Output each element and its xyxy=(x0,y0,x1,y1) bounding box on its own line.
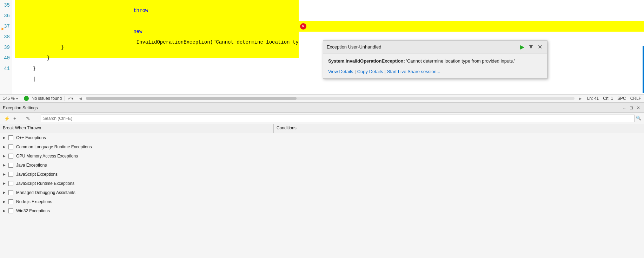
code-line-37: throw new InvalidOperationException("Can… xyxy=(15,21,644,32)
line-36: 36 xyxy=(4,11,10,21)
horizontal-scrollbar[interactable] xyxy=(86,97,575,100)
line-40: 40 xyxy=(4,53,10,63)
label-javascript: JavaScript Exceptions xyxy=(16,172,58,177)
line-35: 35 xyxy=(4,0,10,11)
zoom-dropdown-icon[interactable]: ▾ xyxy=(16,97,18,101)
copy-details-link[interactable]: Copy Details xyxy=(357,69,383,74)
label-java: Java Exceptions xyxy=(16,163,47,168)
throw-keyword: throw xyxy=(133,8,148,13)
expand-gpu-icon[interactable]: ▶ xyxy=(3,154,7,158)
exception-type: System.InvalidOperationException: xyxy=(328,58,405,64)
new-keyword: new xyxy=(133,29,142,34)
panel-undock-button[interactable]: ⊡ xyxy=(629,105,634,111)
expand-js-runtime-icon[interactable]: ▶ xyxy=(3,181,7,185)
line-37: 37 xyxy=(4,21,10,32)
label-js-runtime: JavaScript Runtime Exceptions xyxy=(16,181,74,186)
exception-popup-title: Exception User-Unhandled xyxy=(327,44,381,50)
line-ending-info: CRLF xyxy=(630,96,641,101)
line-41: 41 xyxy=(4,63,10,74)
check-icon: ✓▾ xyxy=(68,96,73,101)
checkbox-java[interactable] xyxy=(8,163,13,168)
exception-item-win32[interactable]: ▶ Win32 Exceptions xyxy=(0,206,644,215)
exception-item-js-runtime[interactable]: ▶ JavaScript Runtime Exceptions xyxy=(0,179,644,188)
exception-item-gpu[interactable]: ▶ GPU Memory Access Exceptions xyxy=(0,151,644,161)
line-39: 39 xyxy=(4,42,10,53)
label-gpu: GPU Memory Access Exceptions xyxy=(16,154,78,159)
expand-java-icon[interactable]: ▶ xyxy=(3,163,7,167)
label-win32: Win32 Exceptions xyxy=(16,208,50,213)
debug-arrow-icon: ➤ xyxy=(1,25,5,33)
svg-rect-2 xyxy=(531,48,531,49)
exception-popup: Exception User-Unhandled ▶ ✕ System.Inva… xyxy=(323,40,547,79)
remove-button[interactable]: – xyxy=(19,115,24,122)
search-input[interactable] xyxy=(41,115,635,122)
label-cpp: C++ Exceptions xyxy=(16,135,46,140)
expand-mda-icon[interactable]: ▶ xyxy=(3,191,7,194)
checkbox-gpu[interactable] xyxy=(8,154,13,159)
status-right: Ln: 41 Ch: 1 SPC CRLF xyxy=(587,96,641,101)
filter-button[interactable]: ⚡ xyxy=(3,115,11,122)
panel-title: Exception Settings xyxy=(3,105,38,110)
checkbox-cpp[interactable] xyxy=(8,135,13,140)
search-right-icon[interactable]: 🔍 xyxy=(636,116,641,121)
panel-close-button[interactable]: ✕ xyxy=(636,105,641,111)
no-issues-text: No issues found xyxy=(32,96,62,101)
line-info: Ln: 41 xyxy=(587,96,599,101)
label-nodejs: Node.js Exceptions xyxy=(16,199,52,204)
status-bar: 145 % ▾ No issues found ✓▾ ◀ ▶ Ln: 41 Ch… xyxy=(0,94,644,103)
col-header-conditions: Conditions xyxy=(274,124,644,133)
close-popup-button[interactable]: ✕ xyxy=(536,43,544,51)
live-share-link[interactable]: Start Live Share session... xyxy=(387,69,440,74)
view-details-link[interactable]: View Details xyxy=(328,69,353,74)
scrollbar-area[interactable]: ◀ ▶ xyxy=(76,96,584,101)
panel-column-headers: Break When Thrown Conditions xyxy=(0,124,644,133)
expand-clr-icon[interactable]: ▶ xyxy=(3,145,7,149)
expand-javascript-icon[interactable]: ▶ xyxy=(3,172,7,176)
exception-header-controls: ▶ ✕ xyxy=(519,43,544,51)
pin-button[interactable] xyxy=(527,44,535,50)
exception-item-clr[interactable]: ▶ Common Language Runtime Exceptions xyxy=(0,142,644,151)
panel-header: Exception Settings ⌄ ⊡ ✕ xyxy=(0,103,644,113)
exception-item-java[interactable]: ▶ Java Exceptions xyxy=(0,161,644,170)
exception-item-javascript[interactable]: ▶ JavaScript Exceptions xyxy=(0,170,644,179)
continue-button[interactable]: ▶ xyxy=(519,43,526,51)
status-divider-2 xyxy=(65,96,65,101)
col-header-break: Break When Thrown xyxy=(0,124,274,133)
exception-list: ▶ C++ Exceptions ▶ Common Language Runti… xyxy=(0,133,644,258)
exception-popup-header: Exception User-Unhandled ▶ ✕ xyxy=(323,41,547,53)
edit-button[interactable]: ✎ xyxy=(25,115,31,122)
exception-settings-panel: Exception Settings ⌄ ⊡ ✕ ⚡ + – ✎ ≣ 🔍 Bre… xyxy=(0,103,644,258)
scroll-left-arrow[interactable]: ◀ xyxy=(79,96,82,101)
panel-collapse-button[interactable]: ⌄ xyxy=(622,105,627,111)
error-circle-icon: ✕ xyxy=(300,23,306,30)
checkbox-win32[interactable] xyxy=(8,208,13,213)
label-clr: Common Language Runtime Exceptions xyxy=(16,144,92,149)
expand-nodejs-icon[interactable]: ▶ xyxy=(3,200,7,204)
exception-links: View Details | Copy Details | Start Live… xyxy=(328,69,542,74)
reorder-button[interactable]: ≣ xyxy=(33,114,39,122)
exception-item-cpp[interactable]: ▶ C++ Exceptions xyxy=(0,133,644,142)
line-gutter: ➤ 35 36 37 38 39 40 41 xyxy=(0,0,12,94)
checkbox-nodejs[interactable] xyxy=(8,199,13,204)
encoding-info: SPC xyxy=(617,96,626,101)
scrollbar-thumb[interactable] xyxy=(86,97,297,100)
exception-detail: 'Cannot determine location type from pro… xyxy=(405,58,515,64)
code-editor: ➤ 35 36 37 38 39 40 41 } throw new Inval… xyxy=(0,0,644,94)
checkbox-mda[interactable] xyxy=(8,190,13,195)
checkbox-js-runtime[interactable] xyxy=(8,181,13,186)
expand-cpp-icon[interactable]: ▶ xyxy=(3,136,7,140)
expand-win32-icon[interactable]: ▶ xyxy=(3,209,7,213)
checkbox-javascript[interactable] xyxy=(8,172,13,177)
label-mda: Managed Debugging Assistants xyxy=(16,190,75,195)
scroll-right-arrow[interactable]: ▶ xyxy=(579,96,582,101)
svg-rect-0 xyxy=(529,45,533,46)
blue-accent-bar xyxy=(643,46,644,93)
separator-1: | xyxy=(354,69,356,74)
add-button[interactable]: + xyxy=(12,115,17,122)
svg-rect-1 xyxy=(530,46,532,48)
exception-item-mda[interactable]: ▶ Managed Debugging Assistants xyxy=(0,188,644,197)
checkbox-clr[interactable] xyxy=(8,144,13,149)
zoom-control[interactable]: 145 % ▾ xyxy=(3,96,18,101)
exception-item-nodejs[interactable]: ▶ Node.js Exceptions xyxy=(0,197,644,206)
col-info: Ch: 1 xyxy=(603,96,613,101)
